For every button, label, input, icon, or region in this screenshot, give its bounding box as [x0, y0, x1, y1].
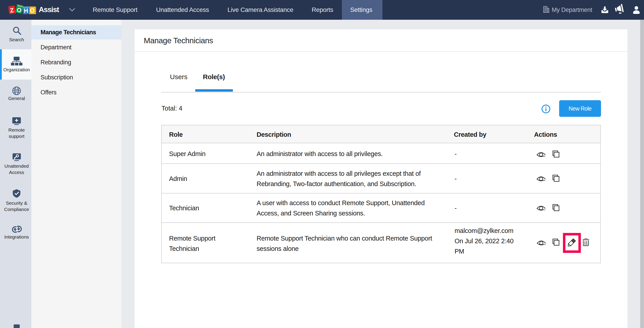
svg-text:H: H	[24, 7, 28, 14]
svg-text:O: O	[30, 7, 34, 14]
